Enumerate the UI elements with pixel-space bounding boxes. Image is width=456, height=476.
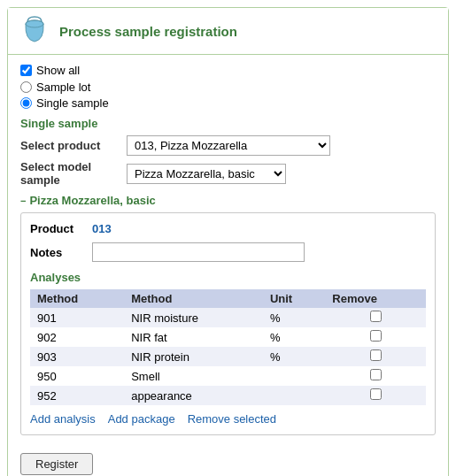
select-product-label: Select product [20, 139, 127, 152]
row-name: NIR moisture [124, 308, 263, 327]
remove-checkbox[interactable] [370, 330, 382, 342]
inner-panel: Product 013 Notes Analyses Method Method… [20, 212, 436, 435]
product-id: 013 [92, 222, 112, 235]
row-unit: % [263, 347, 325, 366]
table-row: 903NIR protein% [30, 347, 426, 366]
model-select[interactable]: Pizza Mozzarella, basic [127, 164, 286, 184]
product-row: Product 013 [30, 222, 426, 235]
row-name: Smell [124, 366, 263, 386]
row-code: 903 [30, 347, 124, 366]
col-code: Method [30, 289, 124, 308]
row-code: 902 [30, 327, 124, 347]
show-all-checkbox[interactable] [20, 65, 32, 76]
table-row: 901NIR moisture% [30, 308, 426, 327]
single-sample-radio[interactable] [20, 97, 32, 109]
notes-row: Notes [30, 242, 426, 262]
sample-lot-row: Sample lot [20, 81, 436, 94]
row-remove-cell [325, 308, 426, 327]
row-code: 950 [30, 366, 124, 386]
analyses-table: Method Method Unit Remove 901NIR moistur… [30, 289, 426, 405]
row-name: NIR fat [124, 327, 263, 347]
table-row: 952appearance [30, 386, 426, 405]
collapsible-header[interactable]: − Pizza Mozzarella, basic [20, 194, 436, 207]
table-row: 950Smell [30, 366, 426, 386]
remove-checkbox[interactable] [370, 349, 382, 361]
select-model-row: Select model sample Pizza Mozzarella, ba… [20, 160, 436, 187]
notes-label: Notes [30, 246, 92, 259]
main-panel: Process sample registration Show all Sam… [7, 7, 449, 476]
collapsible-title: Pizza Mozzarella, basic [29, 194, 155, 207]
row-unit: % [263, 308, 325, 327]
select-product-row: Select product 013, Pizza Mozzarella [20, 135, 436, 156]
col-remove: Remove [325, 289, 426, 308]
select-model-label: Select model sample [20, 160, 127, 187]
notes-input[interactable] [92, 242, 305, 262]
col-method: Method [124, 289, 263, 308]
table-header-row: Method Method Unit Remove [30, 289, 426, 308]
sample-lot-radio[interactable] [20, 81, 32, 93]
remove-checkbox[interactable] [370, 311, 382, 322]
collapse-icon: − [20, 196, 26, 206]
product-select[interactable]: 013, Pizza Mozzarella [127, 135, 330, 156]
show-all-row: Show all [20, 64, 436, 77]
product-label: Product [30, 222, 92, 235]
col-unit: Unit [263, 289, 325, 308]
single-sample-section-title: Single sample [20, 117, 436, 130]
row-remove-cell [325, 386, 426, 405]
page-title: Process sample registration [59, 24, 237, 39]
content-area: Show all Sample lot Single sample Single… [8, 55, 448, 444]
show-all-label: Show all [36, 64, 80, 77]
row-remove-cell [325, 347, 426, 366]
row-name: NIR protein [124, 347, 263, 366]
row-unit: % [263, 327, 325, 347]
row-remove-cell [325, 366, 426, 386]
row-code: 901 [30, 308, 124, 327]
analyses-title: Analyses [30, 271, 426, 284]
single-sample-label: Single sample [36, 96, 109, 110]
sample-lot-label: Sample lot [36, 81, 90, 94]
add-analysis-link[interactable]: Add analysis [30, 412, 96, 426]
table-row: 902NIR fat% [30, 327, 426, 347]
single-sample-row: Single sample [20, 96, 436, 110]
bucket-icon [19, 15, 50, 47]
row-unit [263, 366, 325, 386]
register-button[interactable]: Register [20, 453, 93, 475]
row-name: appearance [124, 386, 263, 405]
header: Process sample registration [8, 8, 448, 55]
row-remove-cell [325, 327, 426, 347]
remove-checkbox[interactable] [370, 369, 382, 380]
row-unit [263, 386, 325, 405]
remove-selected-link[interactable]: Remove selected [188, 412, 276, 426]
action-links: Add analysis Add package Remove selected [30, 412, 426, 426]
remove-checkbox[interactable] [370, 388, 382, 400]
row-code: 952 [30, 386, 124, 405]
add-package-link[interactable]: Add package [108, 412, 175, 426]
